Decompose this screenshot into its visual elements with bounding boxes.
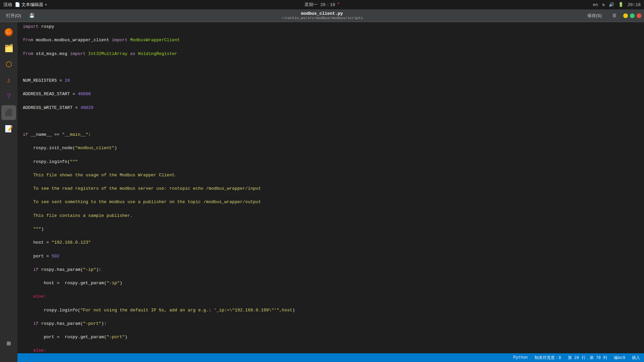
notification-dot: ●	[338, 2, 339, 5]
terminal-icon: ⬛	[5, 109, 13, 117]
battery-icon: 🔋	[618, 2, 624, 7]
system-bar: 活动 📄 文本编辑器 ▾ 星期一 20：18 ● en ⇅ 🔊 🔋 20:18	[0, 0, 644, 9]
layers-icon: ⬡	[6, 60, 12, 69]
sidebar-item-layers[interactable]: ⬡	[1, 57, 16, 72]
open-button[interactable]: 打开(O)	[3, 11, 24, 20]
input-mode: 插入	[632, 355, 640, 361]
code-area[interactable]: import rospy from modbus.modbus_wrapper_…	[17, 23, 644, 353]
app-menu-label[interactable]: 📄 文本编辑器 ▾	[15, 2, 47, 8]
firefox-icon: 🦊	[5, 28, 13, 36]
close-button[interactable]	[637, 13, 641, 18]
window-controls	[623, 13, 641, 18]
volume-icon: 🔊	[609, 2, 614, 7]
sidebar-item-music[interactable]: ♪	[1, 73, 16, 88]
language-indicator[interactable]: Python	[513, 355, 528, 360]
sidebar-item-terminal[interactable]: ⬛	[1, 105, 16, 120]
tab-width-indicator[interactable]: 制表符宽度：8	[535, 355, 561, 361]
files-icon: 🗂️	[4, 44, 13, 53]
activity-label[interactable]: 活动	[3, 2, 12, 8]
status-bar: Python 制表符宽度：8 第 20 行，第 78 列 编bc9 插入	[17, 353, 644, 362]
save-button[interactable]: 保存(S)	[583, 11, 606, 20]
network-icon: ⇅	[602, 2, 605, 7]
title-area: modbus_client.py ~/catkin_ws/src/modbus/…	[281, 11, 363, 20]
sidebar-item-editor[interactable]: 📝	[1, 121, 16, 136]
sidebar-item-firefox[interactable]: 🦊	[1, 25, 16, 40]
datetime: 星期一 20：18	[305, 2, 335, 7]
sidebar-item-apps[interactable]: ⊞	[1, 336, 16, 351]
hamburger-menu-button[interactable]: ☰	[609, 12, 620, 19]
minimize-button[interactable]	[623, 13, 628, 18]
app-bar: 打开(O) 💾 modbus_client.py ~/catkin_ws/src…	[0, 9, 644, 22]
lang-indicator[interactable]: en	[593, 2, 598, 7]
editor-icon: 📝	[5, 125, 13, 133]
filepath-label: ~/catkin_ws/src/modbus/modbus/scripts	[281, 16, 363, 20]
editor-container[interactable]: import rospy from modbus.modbus_wrapper_…	[17, 22, 644, 353]
maximize-button[interactable]	[630, 13, 635, 18]
sidebar-item-files[interactable]: 🗂️	[1, 41, 16, 56]
time-label: 20:18	[628, 2, 641, 7]
encoding-indicator: 编bc9	[614, 355, 625, 361]
apps-icon: ⊞	[7, 339, 11, 348]
music-icon: ♪	[6, 76, 11, 85]
cursor-position: 第 20 行，第 78 列	[568, 355, 607, 361]
sidebar: 🦊 🗂️ ⬡ ♪ ? ⬛ 📝 ⊞	[0, 22, 17, 353]
save-icon-button[interactable]: 💾	[26, 12, 37, 19]
sidebar-item-help[interactable]: ?	[1, 89, 16, 104]
filename-label: modbus_client.py	[301, 11, 343, 16]
help-icon: ?	[6, 93, 11, 101]
